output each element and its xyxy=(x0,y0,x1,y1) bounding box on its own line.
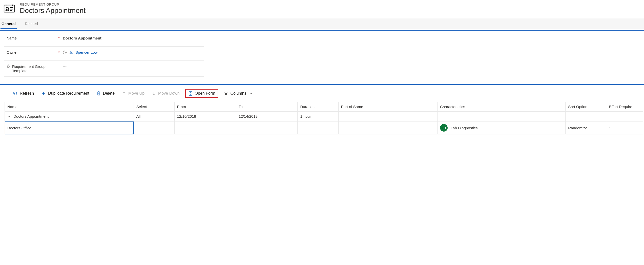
row1-char: Lab Diagnostics xyxy=(451,126,478,130)
row1-select[interactable] xyxy=(134,121,174,134)
required-asterisk-icon: * xyxy=(57,36,61,40)
table-header-row: Name Select From To Duration Part of Sam… xyxy=(5,102,643,111)
refresh-button[interactable]: Refresh xyxy=(11,90,35,97)
subgrid-toolbar: Refresh Duplicate Requirement Delete Mov… xyxy=(0,85,644,102)
table-row[interactable]: Doctors Appointment All 12/10/2018 12/14… xyxy=(5,111,643,121)
chevron-down-icon[interactable] xyxy=(7,114,11,118)
row1-name-cell[interactable]: Doctors Office xyxy=(5,121,134,134)
column-characteristics[interactable]: Characteristics xyxy=(437,102,565,111)
column-duration[interactable]: Duration xyxy=(298,102,338,111)
row0-from[interactable]: 12/10/2018 xyxy=(174,111,236,121)
columns-label: Columns xyxy=(230,91,246,96)
column-to[interactable]: To xyxy=(236,102,298,111)
svg-rect-4 xyxy=(7,66,9,67)
table-row[interactable]: Doctors Office LD Lab Diagnostics Random… xyxy=(5,121,643,134)
row0-select[interactable]: All xyxy=(134,111,174,121)
column-sort-option[interactable]: Sort Option xyxy=(566,102,606,111)
svg-point-1 xyxy=(6,7,9,10)
svg-point-3 xyxy=(70,51,72,52)
move-up-button: Move Up xyxy=(120,90,146,97)
refresh-label: Refresh xyxy=(20,91,34,96)
owner-label: Owner xyxy=(7,50,18,54)
owner-link[interactable]: Spencer Low xyxy=(75,50,98,54)
duplicate-label: Duplicate Requirement xyxy=(48,91,89,96)
tab-bar: General Related xyxy=(0,18,644,29)
column-part-of-same[interactable]: Part of Same xyxy=(338,102,437,111)
characteristic-badge: LD xyxy=(440,124,448,132)
row1-to[interactable] xyxy=(236,121,298,134)
open-form-label: Open Form xyxy=(195,91,215,96)
tab-related[interactable]: Related xyxy=(24,18,39,29)
row0-duration[interactable]: 1 hour xyxy=(298,111,338,121)
move-up-label: Move Up xyxy=(128,91,144,96)
subgrid-section: Refresh Duplicate Requirement Delete Mov… xyxy=(0,84,644,135)
page-title: Doctors Appointment xyxy=(20,6,86,15)
tab-general[interactable]: General xyxy=(1,18,17,29)
move-down-label: Move Down xyxy=(158,91,179,96)
entity-icon xyxy=(4,4,15,14)
row0-name: Doctors Appointment xyxy=(13,114,49,118)
row0-part[interactable] xyxy=(338,111,437,121)
template-value: --- xyxy=(61,64,67,69)
column-select[interactable]: Select xyxy=(134,102,174,111)
field-name: Name * Doctors Appointment xyxy=(4,32,204,47)
page-header: REQUIREMENT GROUP Doctors Appointment xyxy=(0,0,644,18)
template-label: Requirement Group Template xyxy=(12,64,57,73)
row0-char[interactable] xyxy=(437,111,565,121)
duplicate-button[interactable]: Duplicate Requirement xyxy=(39,90,91,97)
row0-effort[interactable] xyxy=(606,111,643,121)
column-from[interactable]: From xyxy=(174,102,236,111)
delete-button[interactable]: Delete xyxy=(95,90,116,97)
row1-char-cell[interactable]: LD Lab Diagnostics xyxy=(437,121,565,134)
row0-sort[interactable] xyxy=(566,111,606,121)
name-value[interactable]: Doctors Appointment xyxy=(61,36,101,40)
row1-from[interactable] xyxy=(174,121,236,134)
info-icon xyxy=(63,50,67,54)
spacer xyxy=(57,64,61,69)
column-effort-required[interactable]: Effort Require xyxy=(606,102,643,111)
lock-icon xyxy=(7,64,10,68)
open-form-button[interactable]: Open Form xyxy=(185,89,218,98)
requirements-table: Name Select From To Duration Part of Sam… xyxy=(5,102,643,135)
column-name[interactable]: Name xyxy=(5,102,134,111)
delete-label: Delete xyxy=(103,91,115,96)
entity-type-label: REQUIREMENT GROUP xyxy=(20,3,86,6)
row1-sort[interactable]: Randomize xyxy=(566,121,606,134)
row1-name: Doctors Office xyxy=(7,126,31,130)
field-owner: Owner * Spencer Low xyxy=(4,47,204,61)
row1-effort[interactable]: 1 xyxy=(606,121,643,134)
chevron-down-icon xyxy=(250,92,253,95)
row0-to[interactable]: 12/14/2018 xyxy=(236,111,298,121)
field-template: Requirement Group Template --- xyxy=(4,61,204,77)
form-section: Name * Doctors Appointment Owner * Spenc… xyxy=(0,30,644,83)
person-icon xyxy=(69,50,73,55)
name-label: Name xyxy=(7,36,17,40)
required-asterisk-icon: * xyxy=(57,50,61,54)
columns-button[interactable]: Columns xyxy=(222,90,254,97)
row1-part[interactable] xyxy=(338,121,437,134)
row1-duration[interactable] xyxy=(298,121,338,134)
move-down-button: Move Down xyxy=(150,90,181,97)
